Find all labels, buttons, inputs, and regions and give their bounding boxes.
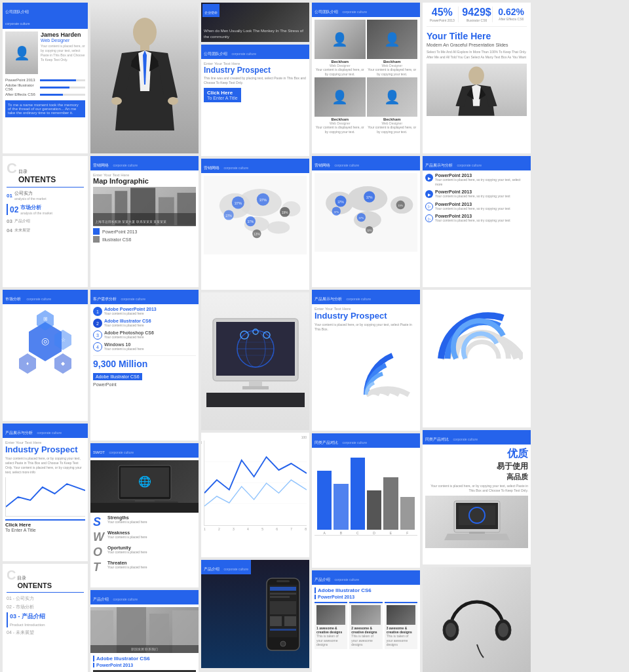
- design-img-3: [387, 605, 415, 625]
- swot-w: W: [93, 530, 105, 544]
- mission-label: 企业使命: [204, 10, 218, 14]
- contents2-c-letter: C: [7, 568, 16, 583]
- swot-t: T: [93, 561, 105, 574]
- svg-rect-66: [270, 596, 290, 598]
- contents-item-4-text: 未来展望: [14, 227, 30, 233]
- svg-rect-22: [135, 500, 155, 502]
- swot-o: O: [93, 545, 105, 559]
- team-desc-4: Your content is displayed here, or by co…: [367, 125, 418, 134]
- page-wrapper: 公司团队介绍 corporate culture 👤 James Harden …: [0, 0, 629, 672]
- contents-item-2-text: 市场分析: [20, 204, 52, 211]
- industry-prospect-slide: 公司团队介绍 corporate culture Enter Your Text…: [201, 45, 309, 156]
- product-intro-slide: 产品介绍 corporate culture 新国发展 联系我们 Adobe I…: [90, 590, 199, 672]
- product-intro-item1: Adobe Illustrator CS6: [93, 656, 196, 662]
- design-label-1: 1 awesome & creative designs: [316, 626, 345, 634]
- phone-sublabel: corporate culture: [223, 567, 248, 571]
- contents2-item-3: 03 - 产品介绍Product Introduction: [7, 612, 84, 627]
- customer-label: 客户需求分析: [93, 297, 117, 301]
- product-body: Your content is placed here, or by copyi…: [5, 456, 85, 475]
- ip-label: 公司团队介绍: [204, 52, 227, 56]
- team-photo-1: 👤: [314, 20, 366, 59]
- man-silhouette: [102, 12, 187, 144]
- stats-row: 45% PowerPoint 2013 9429$ Illustrator CS…: [427, 7, 527, 22]
- customer-item-3: 3 Adobe Photoshop CS6 Your content is pl…: [93, 330, 196, 340]
- team-desc-2: Your content is displayed here, or by co…: [367, 68, 418, 76]
- highlight-text: Adobe Illustrator CS6: [93, 373, 142, 380]
- big-number: 9,300 Million: [93, 359, 196, 369]
- showcase-title-3: PowerPoint 2013: [435, 202, 510, 207]
- world-map-2-area: 37% 37% 19% 37% 12% 37%: [314, 173, 417, 252]
- swot-weakness-text: Your content is placed here: [107, 535, 147, 539]
- profile-role: Web Designer: [41, 38, 85, 43]
- team-desc-3: Your content is displayed here, or by co…: [314, 125, 366, 134]
- svg-point-62: [280, 641, 286, 646]
- team-member-3: 👤 Beckham Web Designer Your content is d…: [314, 77, 366, 134]
- product-intro-label: 产品介绍: [93, 597, 109, 601]
- svg-point-13: [168, 97, 178, 105]
- swot-opportunity: Oportunity: [107, 545, 147, 550]
- contents2-title-sub: 目录: [17, 575, 52, 582]
- svg-rect-67: [270, 601, 296, 614]
- svg-text:◎: ◎: [41, 336, 49, 346]
- small-man-svg: [427, 64, 527, 116]
- ip-title: Industry Prospect: [204, 66, 307, 75]
- quality-sublabel: corporate culture: [453, 437, 478, 441]
- contents-title: ONTENTS: [18, 175, 56, 184]
- line-chart-svg: [6, 477, 85, 515]
- contents-item-2: 02 市场分析 analysis of the market: [7, 204, 84, 215]
- stat-label-2: Illustrator CS6: [461, 18, 493, 22]
- phone-slide: 产品介绍 corporate culture: [201, 560, 309, 668]
- team-sublabel: corporate culture: [342, 10, 367, 14]
- ip2-label: 产品展示与分析: [314, 297, 342, 301]
- quality-laptop: [425, 496, 528, 548]
- map-label: 营销网络: [93, 163, 109, 167]
- design-label-3: 3 awesome & creative designs: [387, 626, 415, 634]
- team-desc-1: Your content is displayed here, or by co…: [314, 68, 366, 76]
- ip-link-main: Click Here: [207, 90, 238, 96]
- swot-sublabel: corporate culture: [109, 450, 134, 454]
- team-label: 公司团队介绍: [314, 10, 338, 14]
- contents-item-1-sub: analysis of the market: [14, 197, 47, 201]
- hex-chart: ◎ ⊞ ☆ ◆ ♦: [9, 309, 81, 381]
- company-mission-slide: 企业使命 When do Men Usually Look The Monkey…: [201, 3, 309, 42]
- headphones-svg: [438, 582, 516, 661]
- line-graph-slide: 100 100 0 1 2 3: [201, 433, 309, 557]
- showcase-text-3: Your content is placed here, so try copy…: [435, 207, 510, 211]
- contents2-item-2: 02 - 市场分析: [7, 604, 84, 610]
- product-intro-sublabel: corporate culture: [113, 597, 138, 601]
- world-map-sublabel: corporate culture: [223, 166, 248, 170]
- wm2-label: 营销网络: [314, 163, 330, 167]
- map-building-bg: 上海市总部长航路 某某大厦 联系某某某 某某某某: [93, 187, 196, 226]
- market-label: 市场分析: [5, 297, 21, 301]
- contents2-title: ONTENTS: [17, 582, 52, 589]
- quality-body: Your content is placed here, or by copyi…: [425, 484, 528, 493]
- stats-main-title: Your Title Here: [427, 31, 527, 41]
- showcase-item-1: ▶ PowerPoint 2013 Your content is placed…: [425, 173, 528, 186]
- contents-item-3-text: 产品介绍: [14, 218, 30, 224]
- graph-label: 100: [204, 435, 307, 439]
- stat-box-3: 0.62% After Effects CS6: [495, 7, 527, 22]
- stat-value-2: 9429$: [461, 7, 493, 18]
- phone-label-box: 产品介绍 corporate culture: [201, 560, 251, 574]
- world-map-2-svg: 37% 37% 19% 37% 12% 37%: [314, 173, 417, 250]
- customer-item-1-title: Adobe PowerPoint 2013: [104, 307, 157, 311]
- customer-analysis-slide: 客户需求分析 corporate culture 1 Adobe PowerPo…: [90, 290, 199, 441]
- svg-point-12: [111, 97, 122, 105]
- sub-text: PowerPoint: [93, 382, 196, 387]
- design-cards: 1 awesome & creative designs This is tak…: [314, 602, 417, 649]
- world-map-2-slide: 营销网络 corporate culture 37% 37% 19%: [312, 156, 420, 287]
- svg-point-96: [498, 623, 508, 637]
- stats-slide: 45% PowerPoint 2013 9429$ Illustrator CS…: [423, 3, 531, 153]
- comparison-bars: A B C D E: [314, 450, 417, 536]
- design-desc-3: This is taken of your awesome designs: [387, 634, 415, 647]
- design-desc-1: This is taken of your awesome designs: [316, 634, 345, 647]
- svg-rect-56: [206, 393, 305, 407]
- contents2-item-4: 04 - 未来展望: [7, 629, 84, 636]
- stats-man-photo: [427, 64, 527, 116]
- legend-powerpoint: PowerPoint 2013: [102, 229, 137, 234]
- slide-sublabel-1: corporate culture: [5, 22, 30, 26]
- map-infographic-slide: 营销网络 corporate culture Enter Your Text H…: [90, 156, 199, 287]
- contents-slide-2: C 目录 ONTENTS 01 - 公司实力 02 - 市场分析 03 - 产品…: [3, 564, 88, 672]
- svg-text:19%: 19%: [282, 211, 288, 214]
- showcase-sublabel: corporate culture: [457, 163, 482, 167]
